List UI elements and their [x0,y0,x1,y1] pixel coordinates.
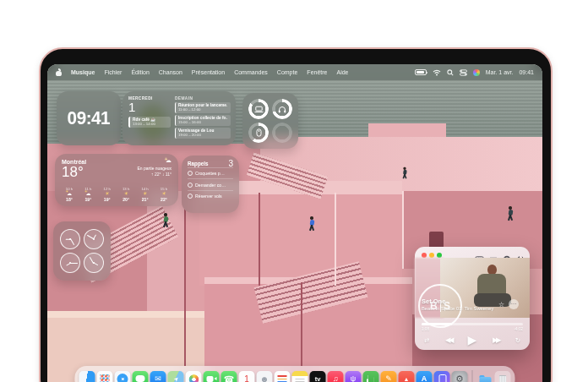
laptop-icon [254,101,264,117]
apple-menu-icon[interactable] [56,69,62,76]
headphones-icon [278,101,286,117]
clock-widget-time: 09:41 [68,107,111,129]
reminder-label: Demander co… [195,183,226,188]
dock-app-safari[interactable]: ✦ [115,371,131,382]
menu-fichier[interactable]: Fichier [104,69,122,75]
dock-app-photos[interactable] [186,371,202,382]
dock-downloads-folder[interactable] [477,371,493,382]
dancer-figure [506,206,514,221]
user-avatar[interactable] [473,69,480,76]
checkbox-circle-icon[interactable] [188,171,193,176]
shuffle-button[interactable]: ⇄ [424,336,429,344]
sun-icon: ☀ [156,191,172,198]
dancer-figure [308,216,316,232]
star-icon[interactable]: ☆ [498,301,504,308]
page: Musique Fichier Édition Chanson Présenta… [0,0,588,382]
menu-bar-time[interactable]: 09:41 [519,69,534,75]
menu-chanson[interactable]: Chanson [159,69,182,75]
menu-musique[interactable]: Musique [71,69,95,75]
sun-icon: ☀ [118,191,133,198]
checkbox-circle-icon[interactable] [188,183,193,188]
sun-icon: ☀ [138,191,153,198]
control-center-icon[interactable] [460,69,467,76]
hour-temp: 18° [62,197,77,202]
dock-app-facetime[interactable] [204,371,220,382]
menu-commandes[interactable]: Commandes [234,69,268,75]
dock-app-numbers[interactable] [363,371,379,382]
menu-bar-date[interactable]: Mar. 1 avr. [486,69,514,75]
event-time: 19:00 – 20:00 [178,133,229,137]
dock-app-launchpad[interactable] [97,371,113,382]
event-time: 15:00 – 16:00 [178,120,229,124]
dock-app-notes[interactable] [292,371,308,382]
event-time: 11:00 – 12:00 [178,107,229,112]
album-title: Beats In Space 01: Tim Sweeney [422,306,499,311]
wifi-icon[interactable] [433,69,441,76]
weather-condition: En partie nuageux [137,166,172,171]
battery-ring-macbook [248,99,270,120]
spotlight-search-icon[interactable] [447,69,454,76]
music-mini-player-window[interactable]: B S Set One Beats In Space 01: Tim Sween… [415,247,530,350]
calendar-event[interactable]: Réunion pour le lanceme… 11:00 – 12:00 [175,102,231,113]
reminders-widget[interactable]: Rappels 3 Croquettes p… Demander co… Rés… [182,156,239,213]
tomorrow-label: DEMAIN [175,96,231,101]
dock-app-app-store[interactable]: A [416,371,433,382]
menu-edition[interactable]: Édition [131,69,149,75]
dock-app-settings[interactable]: ⚙ [452,371,468,382]
battery-ring-headphones [272,99,293,120]
track-title: Set One [422,297,445,305]
menu-fenetre[interactable]: Fenêtre [307,69,327,75]
previous-button[interactable]: ◀◀ [445,336,452,344]
dock-app-reminders[interactable] [275,371,291,382]
dock-app-pages[interactable]: ✎ [381,371,397,382]
battery-icon [415,69,427,75]
dock-app-calendar[interactable]: 1 [239,371,255,382]
dock-app-podcasts[interactable]: ψ [346,371,362,382]
calendar-today-event[interactable]: Rdv café ☕ 13:00 – 14:00 [128,117,171,128]
reminder-item[interactable]: Croquettes p… [188,167,233,178]
menu-compte[interactable]: Compte [277,69,298,75]
menu-aide[interactable]: Aide [336,69,348,75]
reminder-item[interactable]: Réserver vols [188,190,233,201]
dock-app-mail[interactable]: ✉ [150,371,166,382]
dock-app-contacts[interactable]: ☻ [257,371,273,382]
more-button[interactable]: ⋯ [509,299,519,309]
dock-app-tv[interactable]: tv [310,371,326,382]
dock-app-finder[interactable] [79,371,95,382]
playback-controls: ⇄ ◀◀ ▶ ▶▶ ↻ [415,331,530,348]
hour-temp: 22° [156,197,172,202]
calendar-event[interactable]: Inscription collecte de fo… 15:00 – 16:0… [175,115,231,126]
batteries-widget[interactable] [242,93,298,149]
dock-app-phone[interactable]: ☎ [221,371,237,382]
weather-high-low: ↑ 22° ↓ 11° [137,172,172,177]
checkbox-circle-icon[interactable] [188,194,193,199]
ipad-device: Musique Fichier Édition Chanson Présenta… [39,47,553,382]
calendar-event[interactable]: Vernissage de Lou 19:00 – 20:00 [175,128,231,139]
calendar-widget[interactable]: MERCREDI 1 Rdv café ☕ 13:00 – 14:00 DEMA… [122,91,236,145]
menu-presentation[interactable]: Présentation [192,69,225,75]
dock-trash[interactable] [495,371,511,382]
repeat-button[interactable]: ↻ [515,336,520,344]
hourly-forecast: 10 h☁☀18° 11 h☁☀19° 12 h☀19° 13 h☀20° 14… [62,187,172,203]
event-time: 13:00 – 14:00 [133,122,169,126]
reminders-title: Rappels [188,161,209,166]
play-button[interactable]: ▶ [468,334,477,346]
reminders-count: 3 [228,161,233,167]
dock-app-iphone-mirroring[interactable] [434,371,450,382]
hour-temp: 21° [138,197,153,202]
weather-widget[interactable]: Montréal 18° ☁☀ En partie nuageux ↑ 22° … [55,154,178,206]
mouse-icon [256,125,262,140]
clock-widget[interactable]: 09:41 [57,91,121,145]
analog-clock [60,229,80,249]
status-cluster: Mar. 1 avr. 09:41 [415,69,534,76]
reminder-item[interactable]: Demander co… [188,178,233,189]
dancer-figure [161,213,170,228]
world-clock-widget[interactable] [53,221,111,281]
dock-app-music[interactable]: ♫ [328,371,344,382]
next-button[interactable]: ▶▶ [493,336,499,344]
reminder-label: Croquettes p… [195,171,225,176]
elapsed-time: 1:08 [422,327,429,331]
dock-app-rocket[interactable]: ▲ [399,371,415,382]
dock-app-messages[interactable] [133,371,149,382]
dock-app-maps[interactable]: ➤ [168,371,184,382]
